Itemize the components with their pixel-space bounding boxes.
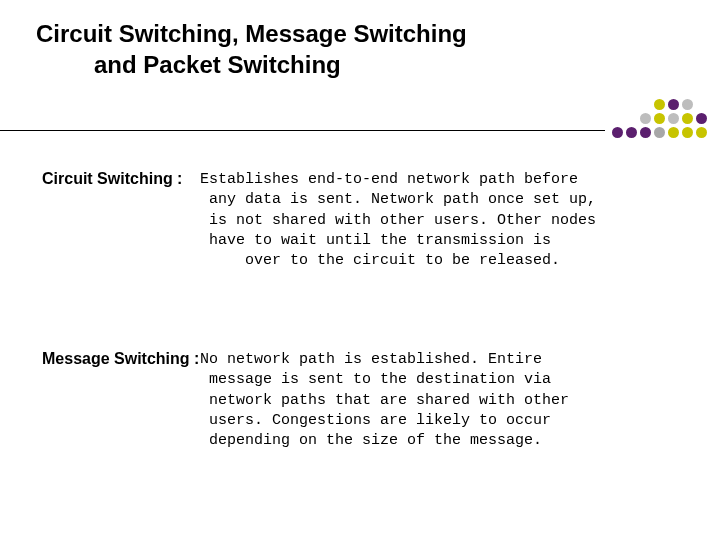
dot-icon: [682, 99, 693, 110]
dot-icon: [626, 127, 637, 138]
dot-icon: [612, 127, 623, 138]
dot-icon: [640, 113, 651, 124]
dot-icon: [654, 113, 665, 124]
section-body: No network path is established. Entire m…: [200, 350, 700, 451]
dot-icon: [696, 113, 707, 124]
dot-icon: [654, 99, 665, 110]
dot-icon: [668, 99, 679, 110]
title-line-2: and Packet Switching: [36, 51, 341, 78]
dot-icon: [682, 127, 693, 138]
dot-icon: [640, 127, 651, 138]
decoration-dots: [612, 95, 712, 145]
section-body: Establishes end-to-end network path befo…: [200, 170, 700, 271]
slide-title: Circuit Switching, Message Switching and…: [36, 18, 467, 80]
title-divider: [0, 130, 605, 131]
dot-icon: [668, 113, 679, 124]
section-message-switching: Message Switching : No network path is e…: [42, 350, 700, 451]
dot-icon: [654, 127, 665, 138]
section-circuit-switching: Circuit Switching : Establishes end-to-e…: [42, 170, 700, 271]
title-line-1: Circuit Switching, Message Switching: [36, 20, 467, 47]
section-label: Message Switching :: [42, 350, 199, 368]
dot-icon: [668, 127, 679, 138]
dot-icon: [682, 113, 693, 124]
section-label: Circuit Switching :: [42, 170, 182, 188]
dot-icon: [696, 127, 707, 138]
